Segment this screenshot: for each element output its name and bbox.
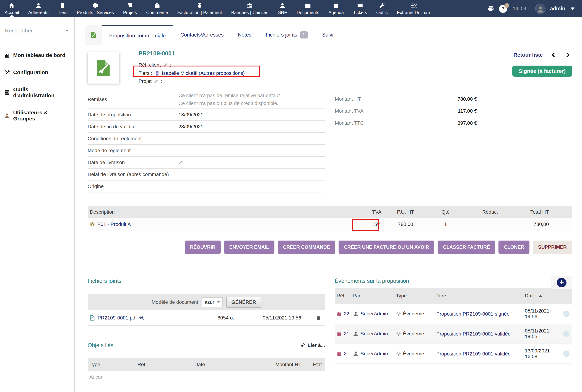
nav-label: GRH (277, 10, 287, 15)
nav-tickets[interactable]: Tickets (349, 0, 372, 17)
chevron-left-icon[interactable] (551, 52, 557, 58)
bank-icon (246, 2, 253, 9)
pencil-icon[interactable] (163, 63, 168, 68)
tab-fichiers-joints[interactable]: Fichiers joints1 (259, 25, 315, 45)
help-icon[interactable]: ? (499, 5, 507, 13)
nav-extranet[interactable]: ExExtranet Dolibarr (392, 0, 435, 17)
events-title: Événements sur la proposition (335, 278, 409, 284)
event-title-link[interactable]: Proposition PR2109-0001 validée (436, 350, 511, 357)
nav-banques-caisses[interactable]: Banques | Caisses (227, 0, 273, 17)
nav-projets[interactable]: Projets (118, 0, 142, 17)
col-date[interactable]: Date (525, 293, 563, 299)
nav-label: Adhérents (28, 10, 49, 15)
line-qty: 1 (430, 222, 462, 227)
event-user-link[interactable]: SuperAdmin (360, 331, 388, 336)
col-reduc: Réduc. (462, 209, 519, 215)
event-status-dot (563, 330, 570, 337)
printer-icon[interactable] (487, 5, 494, 12)
sort-asc-icon (539, 295, 542, 297)
delete-button[interactable]: SUPPRIMER (533, 240, 572, 254)
sidebar-item-configuration[interactable]: Configuration (3, 64, 71, 81)
search-input[interactable]: Rechercher (4, 26, 70, 37)
event-type: Événeme... (403, 351, 428, 356)
user-icon (353, 351, 359, 357)
event-title-link[interactable]: Proposition PR2109-0001 validée (436, 330, 511, 337)
field-value: 28/09/2021 (178, 124, 203, 130)
pencil-icon[interactable] (154, 79, 158, 84)
sidebar-item-dashboard[interactable]: Mon tableau de bord (3, 47, 71, 64)
nav-agenda[interactable]: Agenda (324, 0, 348, 17)
nav-adherents[interactable]: Adhérents (24, 0, 53, 17)
signpost-icon (127, 2, 133, 9)
col-total-ht: Total HT (519, 209, 549, 215)
pencil-icon[interactable] (178, 160, 183, 165)
product-cube-icon (90, 222, 95, 227)
classify-billed-button[interactable]: CLASSER FACTURÉ (438, 240, 495, 254)
nav-commerce[interactable]: Commerce (142, 0, 173, 17)
event-ref-link[interactable]: 22 (344, 311, 349, 317)
event-row: 21 SuperAdmin Événeme... Proposition PR2… (335, 324, 573, 344)
nav-label: Agenda (328, 10, 344, 15)
gear-icon (396, 351, 401, 356)
zoom-plus-icon[interactable] (139, 315, 144, 320)
generate-button[interactable]: GÉNÉRER (226, 297, 261, 308)
field-row-delai-livraison: Délai de livraison (après commande) (88, 168, 325, 180)
nav-grh[interactable]: GRH (273, 0, 292, 17)
link-to-action[interactable]: Lier à... (300, 342, 325, 348)
attachment-date: 05/11/2021 19:56 (248, 315, 316, 321)
tab-contacts-adresses[interactable]: Contacts/Adresses (173, 25, 231, 45)
avatar[interactable] (535, 4, 546, 14)
version-label: 14.0.3 (513, 6, 526, 12)
create-invoice-button[interactable]: CRÉER UNE FACTURE OU UN AVOIR (339, 240, 435, 254)
linked-objects-table-header: Type Réf. Date Montant HT État (88, 358, 325, 371)
document-model-bar: Modèle de document azur GÉNÉRER (88, 294, 325, 310)
folder-icon (305, 2, 311, 9)
gear-icon (396, 311, 401, 316)
clone-button[interactable]: CLONER (499, 240, 530, 254)
tab-notes[interactable]: Notes (231, 25, 259, 45)
col-type: Type (396, 293, 436, 299)
line-total: 780,00 (519, 222, 549, 227)
send-email-button[interactable]: ENVOYER EMAIL (224, 240, 274, 254)
nav-produits-services[interactable]: Produits | Services (72, 0, 118, 17)
box-icon (92, 2, 98, 9)
attachment-link[interactable]: PR2109-0001.pdf (98, 315, 137, 321)
tab-proposition-commerciale[interactable]: Proposition commerciale (102, 25, 173, 45)
sidebar-item-users-groups[interactable]: Utilisateurs & Groupes (3, 104, 71, 128)
link-to-label: Lier à... (308, 342, 325, 348)
chevron-down-icon[interactable] (571, 8, 575, 10)
building-icon (59, 2, 66, 9)
nav-tiers[interactable]: Tiers (53, 0, 72, 17)
empty-label: Aucun (88, 374, 137, 380)
field-row-remises: Remises Ce client n'a pas de remise rela… (88, 90, 325, 109)
server-icon (4, 90, 10, 96)
event-title-link[interactable]: Proposition PR2109-0001 signée (436, 310, 510, 317)
create-order-button[interactable]: CRÉER COMMANDE (278, 240, 335, 254)
nav-outils[interactable]: Outils (372, 0, 392, 17)
proposal-picto (85, 25, 102, 45)
left-sidebar: Rechercher Mon tableau de bord Configura… (0, 17, 75, 392)
nav-documents[interactable]: Documents (292, 0, 324, 17)
tiers-link[interactable]: Isabelle Mickaël (Autres propositions) (162, 70, 245, 76)
pdf-icon (89, 315, 95, 321)
col-type: Type (88, 362, 137, 368)
total-label: Montant HT (335, 96, 411, 102)
reopen-button[interactable]: RÉOUVRIR (185, 240, 221, 254)
product-link[interactable]: P01 - Produit A (97, 222, 131, 227)
tab-label: Suivi (322, 32, 333, 38)
sidebar-item-admin-tools[interactable]: Outils d'administration (3, 81, 71, 104)
document-model-select[interactable]: azur (202, 297, 223, 307)
event-user-link[interactable]: SuperAdmin (360, 311, 388, 317)
nav-accueil[interactable]: Accueil (0, 0, 24, 17)
back-to-list-link[interactable]: Retour liste (514, 52, 543, 58)
event-user-link[interactable]: SuperAdmin (360, 351, 388, 356)
event-ref-link[interactable]: 21 (344, 331, 349, 336)
tab-suivi[interactable]: Suivi (315, 25, 341, 45)
trash-icon[interactable] (316, 315, 321, 321)
username[interactable]: admin (550, 6, 565, 12)
add-event-button[interactable]: + (557, 278, 567, 288)
nav-facturation-paiement[interactable]: Facturation | Paiement (173, 0, 227, 17)
event-type: Événeme... (403, 331, 428, 336)
chevron-right-icon[interactable] (565, 52, 571, 58)
event-ref-link[interactable]: 2 (344, 351, 347, 356)
